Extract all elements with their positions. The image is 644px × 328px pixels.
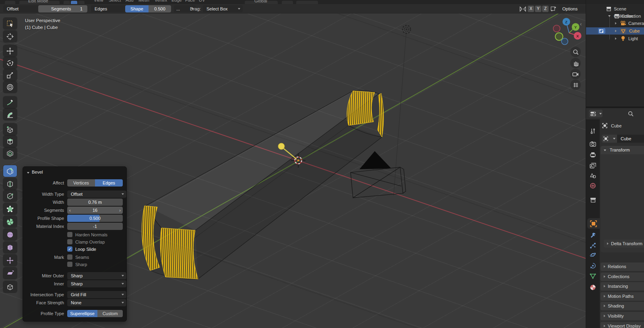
orientation-dropdown[interactable]: Global — [245, 1, 278, 4]
profile-shape-slider[interactable]: 0.500 — [67, 215, 123, 222]
tool-rip-region-button[interactable] — [3, 281, 17, 293]
tool-inset-button[interactable] — [3, 148, 17, 159]
edge-select-button[interactable] — [71, 1, 77, 4]
width-type-dropdown[interactable]: Offset — [67, 191, 126, 198]
delta-transform-subpanel[interactable]: Delta Transform — [604, 240, 644, 248]
stepper-right-icon[interactable]: › — [119, 207, 121, 214]
tool-bevel-button[interactable] — [3, 165, 17, 177]
expand-icon[interactable] — [615, 22, 617, 25]
proportional-edit-icon[interactable] — [296, 1, 318, 4]
tab-scene[interactable] — [586, 170, 600, 181]
outliner-row-camera[interactable]: Camera — [586, 20, 644, 27]
mirror-z-button[interactable]: Z — [542, 6, 549, 12]
tool-add-cube-button[interactable] — [3, 123, 17, 135]
tab-constraints[interactable] — [586, 260, 600, 271]
miter-outer-dropdown[interactable]: Sharp — [67, 272, 126, 279]
tool-scale-button[interactable] — [3, 69, 17, 81]
search-icon[interactable] — [628, 111, 634, 117]
tab-physics[interactable] — [586, 250, 600, 260]
mirror-y-button[interactable]: Y — [535, 6, 541, 12]
stepper-left-icon[interactable]: ‹ — [69, 207, 71, 214]
tab-output[interactable] — [586, 150, 600, 160]
viewport-3d[interactable]: User Perspective (1) Cube | Cube Z Y X — [0, 14, 586, 328]
tool-rotate-button[interactable] — [3, 57, 17, 69]
tool-move-button[interactable] — [3, 45, 17, 57]
face-select-button[interactable] — [78, 1, 85, 4]
clamp-overlap-checkbox[interactable] — [67, 239, 72, 244]
snap-toggle-icon[interactable] — [282, 1, 293, 4]
zoom-button[interactable] — [570, 47, 581, 57]
mirror-icon[interactable] — [519, 6, 526, 12]
tool-knife-button[interactable] — [3, 190, 17, 202]
width-field[interactable]: 0.76 m — [67, 199, 123, 206]
tool-poly-build-button[interactable] — [3, 203, 17, 215]
tab-tool[interactable] — [586, 126, 600, 136]
menu-add[interactable]: Add — [126, 0, 134, 4]
profile-superellipse-button[interactable]: Superellipse — [67, 310, 97, 317]
tool-measure-button[interactable] — [3, 109, 17, 120]
panel-collections[interactable]: Collections — [601, 273, 644, 281]
segments-stepper[interactable]: ‹ 16 › — [67, 207, 123, 214]
loop-slide-checkbox[interactable]: ✓ — [67, 246, 72, 252]
harden-normals-checkbox[interactable] — [67, 232, 72, 237]
outliner-row-scene-collection[interactable]: Scene Collection — [586, 5, 644, 12]
camera-view-button[interactable] — [570, 69, 581, 79]
panel-instancing[interactable]: Instancing — [601, 282, 644, 291]
tab-object[interactable] — [587, 218, 600, 229]
menu-mesh[interactable]: Mesh — [138, 0, 149, 4]
tab-collection-properties[interactable] — [586, 195, 600, 205]
expand-icon[interactable] — [608, 15, 611, 17]
panel-collapse-chevron-icon[interactable]: ‹ — [580, 21, 582, 27]
outliner-row-collection[interactable]: Collection — [586, 12, 644, 20]
axis-neg-z-ball[interactable] — [561, 38, 568, 45]
sharp-checkbox[interactable] — [67, 262, 72, 267]
bevel-panel-header[interactable]: Bevel — [27, 168, 43, 176]
tab-material[interactable] — [586, 282, 600, 293]
pan-button[interactable] — [570, 58, 581, 68]
light-object[interactable] — [402, 25, 411, 33]
drag-mode-dropdown[interactable]: Select Box — [203, 5, 243, 12]
editor-divider[interactable] — [586, 0, 586, 328]
tool-cursor-button[interactable] — [3, 31, 17, 42]
tool-annotate-button[interactable] — [3, 96, 17, 108]
tool-loop-cut-button[interactable] — [3, 178, 17, 190]
tool-edge-slide-button[interactable] — [3, 242, 17, 253]
profile-custom-button[interactable]: Custom — [97, 310, 123, 317]
affect-vertices-button[interactable]: Vertices — [67, 179, 95, 187]
object-name-field[interactable]: Cube — [617, 135, 644, 143]
material-index-field[interactable]: -1 — [67, 223, 123, 230]
transform-panel-header[interactable]: Transform — [601, 146, 644, 154]
tab-view-layer[interactable] — [586, 160, 600, 171]
affect-edges-button[interactable]: Edges — [95, 179, 123, 187]
menu-vertex[interactable]: Vertex — [155, 0, 167, 4]
menu-edge[interactable]: Edge — [171, 0, 182, 4]
tool-extrude-button[interactable] — [3, 135, 17, 147]
expand-icon[interactable] — [615, 30, 617, 32]
mirror-x-button[interactable]: X — [528, 6, 534, 12]
panel-visibility[interactable]: Visibility — [601, 312, 644, 320]
editor-type-button[interactable] — [589, 110, 603, 117]
intersection-type-dropdown[interactable]: Grid Fill — [67, 291, 126, 298]
snap-falloff-icon[interactable] — [551, 6, 556, 12]
outliner-row-light[interactable]: Light — [586, 35, 644, 42]
vertex-select-button[interactable] — [64, 1, 70, 4]
tool-smooth-button[interactable] — [3, 229, 17, 240]
tab-render[interactable] — [586, 139, 600, 149]
panel-shading[interactable]: Shading — [601, 302, 644, 310]
tab-world[interactable] — [586, 180, 600, 191]
tool-transform-button[interactable] — [3, 81, 17, 93]
shape-toggle-button[interactable]: Shape — [125, 5, 149, 12]
tool-select-box-button[interactable] — [3, 18, 17, 29]
tool-spin-button[interactable] — [3, 216, 17, 228]
camera-object[interactable] — [351, 151, 406, 198]
object-selector-button[interactable] — [602, 135, 617, 143]
edit-mode-indicator-icon[interactable] — [598, 28, 605, 34]
orthographic-toggle-button[interactable] — [570, 80, 581, 90]
navigation-gizmo[interactable]: Z Y X — [539, 16, 586, 48]
tab-object-data[interactable] — [586, 271, 600, 281]
menu-face[interactable]: Face — [185, 0, 195, 4]
tool-shear-button[interactable] — [3, 267, 17, 279]
editor-type-icon[interactable] — [5, 1, 15, 4]
menu-view[interactable]: View — [94, 0, 103, 4]
axis-neg-y-ball[interactable] — [555, 33, 563, 41]
